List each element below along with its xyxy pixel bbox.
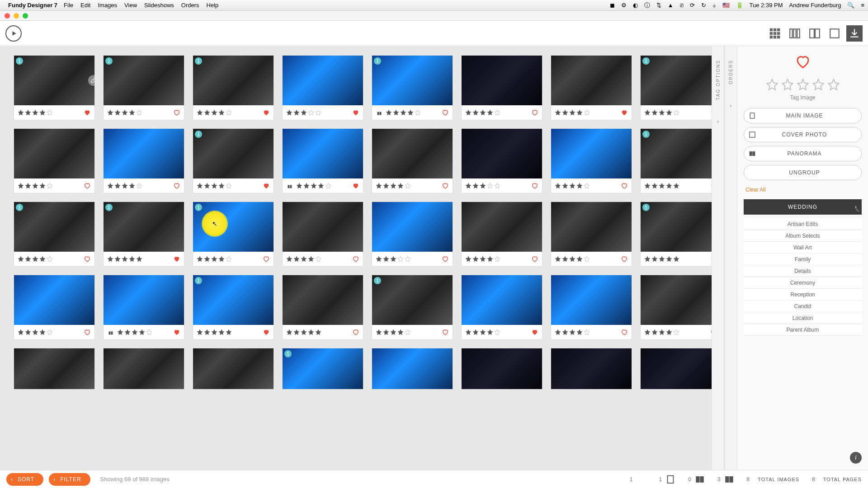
- star-icon[interactable]: [383, 183, 389, 189]
- filter-button[interactable]: ‹FILTER: [49, 473, 90, 486]
- rating-stars[interactable]: [744, 78, 862, 91]
- star-icon[interactable]: [555, 329, 561, 335]
- star-icon[interactable]: [39, 329, 46, 335]
- star-icon[interactable]: [301, 256, 307, 262]
- menu-icon[interactable]: ≡: [861, 2, 864, 9]
- star-icon[interactable]: [666, 256, 672, 262]
- heart-icon[interactable]: [710, 255, 712, 263]
- menu-orders[interactable]: Orders: [181, 2, 199, 9]
- image-card[interactable]: [103, 275, 184, 340]
- rating-stars[interactable]: [555, 183, 621, 189]
- thumbnail[interactable]: [14, 348, 94, 389]
- thumbnail[interactable]: 1: [14, 202, 94, 252]
- heart-icon[interactable]: [84, 328, 91, 336]
- heart-icon[interactable]: [710, 328, 712, 336]
- star-icon[interactable]: [39, 183, 46, 189]
- star-icon[interactable]: [472, 256, 479, 262]
- rating-stars[interactable]: [197, 109, 263, 116]
- star-icon[interactable]: [114, 183, 121, 189]
- star-icon[interactable]: [286, 256, 292, 262]
- star-icon[interactable]: [666, 109, 672, 116]
- star-icon[interactable]: [197, 109, 203, 116]
- thumbnail[interactable]: [462, 275, 542, 325]
- thumbnail[interactable]: [641, 348, 712, 389]
- rating-stars[interactable]: [386, 109, 442, 116]
- download-button[interactable]: [846, 25, 863, 42]
- chevron-right-icon[interactable]: ›: [717, 118, 719, 125]
- star-icon[interactable]: [315, 256, 321, 262]
- category-item[interactable]: Parent Album: [744, 324, 862, 336]
- heart-icon[interactable]: [173, 182, 180, 189]
- heart-icon[interactable]: [442, 255, 449, 263]
- star-icon[interactable]: [211, 183, 217, 189]
- image-card[interactable]: [282, 55, 363, 120]
- image-card[interactable]: [14, 128, 95, 193]
- clear-all-link[interactable]: Clear All: [745, 187, 766, 193]
- star-icon[interactable]: [569, 183, 576, 189]
- image-card[interactable]: [372, 128, 453, 193]
- star-icon[interactable]: [673, 329, 679, 335]
- image-card[interactable]: [461, 55, 542, 120]
- thumbnail[interactable]: [372, 348, 453, 389]
- status-icon[interactable]: ↻: [701, 2, 706, 9]
- star-icon[interactable]: [666, 183, 672, 189]
- star-icon[interactable]: [555, 109, 561, 116]
- star-icon[interactable]: [487, 183, 493, 189]
- star-icon[interactable]: [47, 256, 53, 262]
- image-card[interactable]: 1: [640, 55, 712, 120]
- thumbnail[interactable]: [372, 129, 453, 178]
- status-icon[interactable]: ▲: [668, 2, 674, 9]
- thumbnail[interactable]: 1: [372, 275, 453, 325]
- star-icon[interactable]: [376, 329, 382, 335]
- star-icon[interactable]: [651, 256, 658, 262]
- star-icon[interactable]: [393, 109, 399, 116]
- star-icon[interactable]: [25, 183, 31, 189]
- thumbnail[interactable]: [104, 275, 184, 325]
- image-card[interactable]: 1: [14, 55, 95, 120]
- main-image-button[interactable]: MAIN IMAGE: [744, 108, 862, 123]
- thumbnail[interactable]: [551, 275, 632, 325]
- star-icon[interactable]: [644, 109, 651, 116]
- star-icon[interactable]: [555, 256, 561, 262]
- battery-icon[interactable]: 🔋: [736, 2, 743, 9]
- star-icon[interactable]: [651, 329, 658, 335]
- star-icon[interactable]: [584, 256, 590, 262]
- rating-stars[interactable]: [376, 329, 442, 335]
- star-icon[interactable]: [308, 256, 314, 262]
- star-icon[interactable]: [562, 183, 568, 189]
- status-icon[interactable]: ⓘ: [644, 1, 650, 9]
- image-card[interactable]: [551, 202, 632, 267]
- star-icon[interactable]: [129, 109, 135, 116]
- star-icon[interactable]: [47, 183, 53, 189]
- rating-stars[interactable]: [465, 183, 531, 189]
- rating-stars[interactable]: [286, 329, 352, 335]
- star-icon[interactable]: [659, 329, 665, 335]
- star-icon[interactable]: [107, 256, 113, 262]
- rating-stars[interactable]: [644, 183, 710, 189]
- sort-button[interactable]: ‹SORT: [6, 473, 43, 486]
- star-icon[interactable]: [18, 183, 24, 189]
- star-icon[interactable]: [576, 329, 583, 335]
- star-icon[interactable]: [18, 109, 24, 116]
- star-icon[interactable]: [555, 183, 561, 189]
- status-icon[interactable]: ⇅: [656, 2, 661, 9]
- star-icon[interactable]: [465, 109, 472, 116]
- star-icon[interactable]: [576, 183, 583, 189]
- star-icon[interactable]: [218, 183, 225, 189]
- zoom-icon[interactable]: [23, 13, 28, 19]
- rating-stars[interactable]: [197, 329, 263, 335]
- star-icon[interactable]: [146, 329, 152, 335]
- heart-icon[interactable]: [531, 255, 538, 263]
- rating-stars[interactable]: [18, 256, 84, 262]
- star-icon[interactable]: [465, 329, 472, 335]
- status-icon[interactable]: ◼: [610, 2, 615, 9]
- menu-view[interactable]: View: [124, 2, 137, 9]
- star-icon[interactable]: [651, 183, 658, 189]
- image-card[interactable]: 1: [103, 55, 184, 120]
- category-item[interactable]: Reception: [744, 289, 862, 300]
- star-icon[interactable]: [405, 183, 411, 189]
- star-icon[interactable]: [286, 329, 292, 335]
- star-icon[interactable]: [584, 109, 590, 116]
- category-item[interactable]: Candid: [744, 300, 862, 312]
- thumbnail[interactable]: [283, 275, 363, 325]
